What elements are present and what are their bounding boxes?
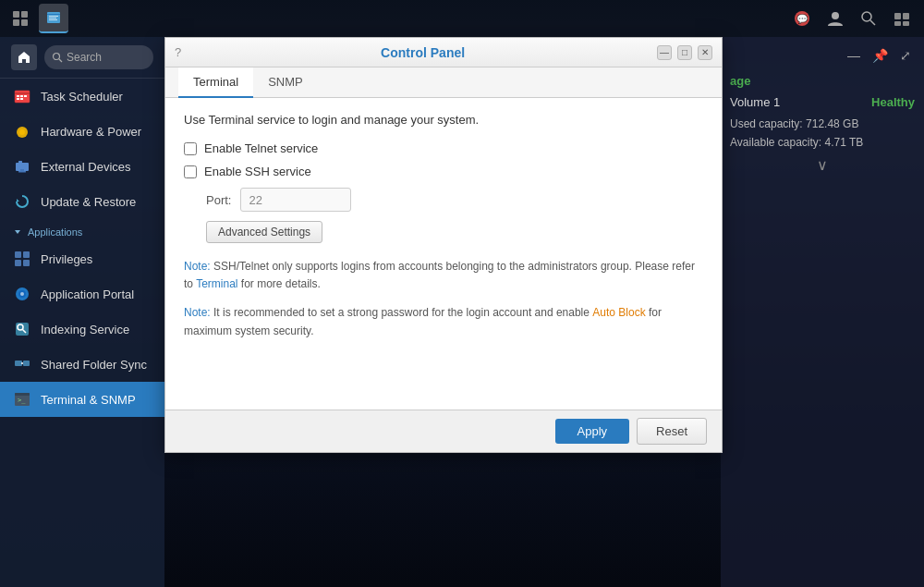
enable-telnet-row: Enable Telnet service <box>184 141 703 155</box>
user-icon[interactable] <box>822 6 848 31</box>
sidebar-item-label-privileges: Privileges <box>41 252 92 266</box>
taskbar-apps <box>0 4 74 33</box>
svg-rect-48 <box>15 393 30 396</box>
sidebar-item-label-indexing-service: Indexing Service <box>41 323 129 336</box>
sidebar-item-application-portal[interactable]: Application Portal <box>0 276 164 312</box>
svg-rect-17 <box>903 21 909 26</box>
svg-rect-25 <box>17 98 19 100</box>
taskbar: 💬 <box>0 0 924 37</box>
volume-row: Volume 1 Healthy <box>730 95 915 109</box>
modal-titlebar: ? Control Panel — □ ✕ <box>165 38 722 67</box>
modal-maximize-btn[interactable]: □ <box>677 45 692 60</box>
enable-ssh-label[interactable]: Enable SSH service <box>204 165 311 178</box>
enable-telnet-label[interactable]: Enable Telnet service <box>204 141 318 155</box>
modal-description: Use Terminal service to login and manage… <box>184 113 703 127</box>
svg-text:💬: 💬 <box>796 13 808 25</box>
application-portal-icon <box>13 285 31 303</box>
svg-rect-24 <box>24 95 27 97</box>
sidebar-item-task-scheduler[interactable]: Task Scheduler <box>0 79 164 114</box>
menu-icon[interactable] <box>889 6 915 31</box>
svg-rect-16 <box>894 21 901 26</box>
update-restore-icon <box>13 192 31 211</box>
svg-rect-45 <box>15 361 22 366</box>
modal-footer: Apply Reset <box>165 410 722 452</box>
privileges-icon <box>13 250 31 268</box>
notification-icon[interactable]: 💬 <box>789 6 815 31</box>
right-panel-expand[interactable]: ⤢ <box>896 46 915 65</box>
svg-text:>_: >_ <box>18 397 26 404</box>
sidebar-item-hardware-power[interactable]: Hardware & Power <box>0 114 164 149</box>
available-capacity-row: Available capacity: 4.71 TB <box>730 133 915 152</box>
svg-point-41 <box>20 292 24 296</box>
svg-line-13 <box>870 20 875 25</box>
svg-rect-30 <box>18 161 22 163</box>
search-icon[interactable] <box>856 6 881 31</box>
modal-tabs: Terminal SNMP <box>165 67 722 98</box>
port-row: Port: <box>206 188 703 212</box>
enable-ssh-checkbox[interactable] <box>184 165 197 178</box>
svg-point-28 <box>19 129 25 135</box>
svg-rect-15 <box>903 13 909 19</box>
svg-rect-7 <box>49 18 56 18</box>
task-scheduler-icon <box>13 87 31 105</box>
port-label: Port: <box>206 193 231 207</box>
note2-text: It is recommended to set a strong passwo… <box>213 306 592 319</box>
home-button[interactable] <box>11 44 37 70</box>
advanced-settings-button[interactable]: Advanced Settings <box>206 221 322 243</box>
right-panel-controls: — 📌 ⤢ <box>730 46 915 65</box>
apply-button[interactable]: Apply <box>555 419 630 444</box>
svg-rect-38 <box>23 260 30 266</box>
svg-rect-8 <box>49 19 57 20</box>
desktop: 💬 <box>0 0 924 587</box>
sidebar-item-update-restore[interactable]: Update & Restore <box>0 184 164 219</box>
right-panel-minimize[interactable]: — <box>845 46 863 65</box>
svg-rect-32 <box>18 171 26 173</box>
svg-line-19 <box>59 59 62 62</box>
svg-rect-1 <box>21 11 28 18</box>
indexing-service-icon <box>13 320 31 338</box>
svg-rect-0 <box>13 11 19 18</box>
enable-telnet-checkbox[interactable] <box>184 142 197 155</box>
taskbar-right-icons: 💬 <box>789 6 924 31</box>
modal-close-btn[interactable]: ✕ <box>698 45 712 60</box>
tab-snmp[interactable]: SNMP <box>253 67 318 98</box>
sidebar-search-placeholder: Search <box>67 51 102 64</box>
sidebar-item-label-external-devices: External Devices <box>41 160 131 174</box>
external-devices-icon <box>13 157 31 176</box>
port-input[interactable] <box>240 188 351 212</box>
modal-minimize-btn[interactable]: — <box>657 45 672 60</box>
tab-terminal[interactable]: Terminal <box>178 67 253 98</box>
right-panel: — 📌 ⤢ age Volume 1 Healthy Used capacity… <box>721 37 924 587</box>
svg-rect-35 <box>15 251 21 258</box>
enable-ssh-row: Enable SSH service <box>184 165 703 178</box>
svg-rect-46 <box>23 361 30 366</box>
svg-rect-14 <box>894 13 901 19</box>
svg-rect-21 <box>15 92 30 94</box>
svg-rect-5 <box>47 14 60 15</box>
svg-marker-34 <box>15 230 20 234</box>
terminal-snmp-icon: >_ <box>13 390 31 409</box>
svg-rect-26 <box>20 98 23 100</box>
sidebar-item-terminal-snmp[interactable]: >_ Terminal & SNMP <box>0 382 164 417</box>
modal-body: Terminal SNMP Use Terminal service to lo… <box>165 67 722 410</box>
sidebar-item-indexing-service[interactable]: Indexing Service <box>0 312 164 347</box>
volume-label: Volume 1 <box>730 95 780 109</box>
sidebar-search[interactable]: Search <box>44 45 153 69</box>
note2: Note: It is recommended to set a strong … <box>184 304 703 339</box>
modal-content: Use Terminal service to login and manage… <box>165 98 722 410</box>
sidebar-item-privileges[interactable]: Privileges <box>0 241 164 276</box>
terminal-link[interactable]: Terminal <box>196 277 237 290</box>
sidebar-item-shared-folder-sync[interactable]: Shared Folder Sync <box>0 347 164 382</box>
svg-rect-36 <box>23 251 30 258</box>
hardware-power-icon <box>13 122 31 141</box>
svg-rect-37 <box>15 260 21 266</box>
right-panel-pin[interactable]: 📌 <box>870 46 889 65</box>
svg-point-18 <box>54 54 60 60</box>
modal-help-button[interactable]: ? <box>175 45 181 59</box>
sidebar-item-external-devices[interactable]: External Devices <box>0 149 164 184</box>
taskbar-file-manager[interactable] <box>39 4 68 33</box>
auto-block-link[interactable]: Auto Block <box>592 306 645 319</box>
scroll-down-btn[interactable]: ∨ <box>730 156 915 174</box>
reset-button[interactable]: Reset <box>637 418 707 445</box>
taskbar-app-grid[interactable] <box>6 4 35 33</box>
